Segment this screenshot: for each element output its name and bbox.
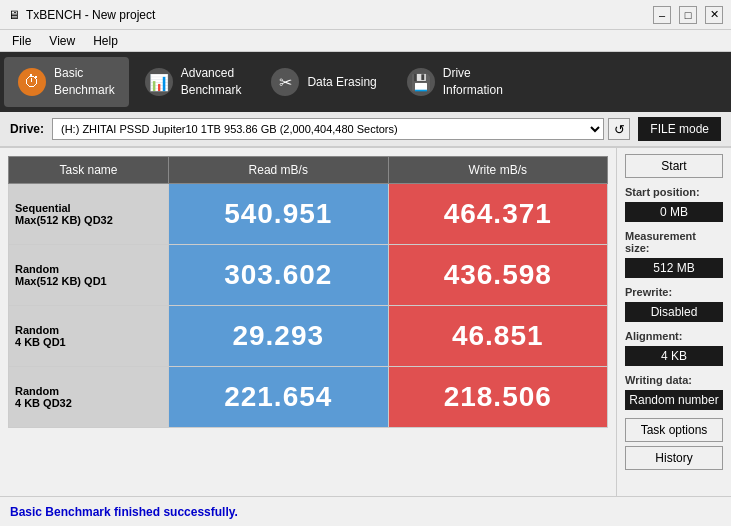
drive-select[interactable]: (H:) ZHITAI PSSD Jupiter10 1TB 953.86 GB… xyxy=(52,118,604,140)
benchmark-table: Task name Read mB/s Write mB/s Sequentia… xyxy=(8,156,608,428)
title-bar-left: 🖥 TxBENCH - New project xyxy=(8,8,155,22)
status-text: Basic Benchmark finished successfully. xyxy=(10,505,238,519)
window-title: TxBENCH - New project xyxy=(26,8,155,22)
read-value-2: 29.293 xyxy=(169,306,389,367)
data-erasing-label: Data Erasing xyxy=(307,74,376,91)
advanced-benchmark-icon: 📊 xyxy=(145,68,173,96)
file-mode-button[interactable]: FILE mode xyxy=(638,117,721,141)
write-value-1: 436.598 xyxy=(388,245,608,306)
col-write: Write mB/s xyxy=(388,157,608,184)
drive-information-icon: 💾 xyxy=(407,68,435,96)
basic-benchmark-icon: ⏱ xyxy=(18,68,46,96)
right-panel: Start Start position: 0 MB Measurement s… xyxy=(616,148,731,496)
toolbar-advanced-benchmark[interactable]: 📊 Advanced Benchmark xyxy=(131,57,256,107)
write-value-2: 46.851 xyxy=(388,306,608,367)
measurement-size-value: 512 MB xyxy=(625,258,723,278)
title-bar: 🖥 TxBENCH - New project – □ ✕ xyxy=(0,0,731,30)
drive-information-label-line1: Drive xyxy=(443,65,503,82)
drive-information-label-line2: Information xyxy=(443,82,503,99)
task-options-button[interactable]: Task options xyxy=(625,418,723,442)
alignment-label: Alignment: xyxy=(625,330,723,342)
status-bar: Basic Benchmark finished successfully. xyxy=(0,496,731,526)
start-button[interactable]: Start xyxy=(625,154,723,178)
toolbar-basic-benchmark[interactable]: ⏱ Basic Benchmark xyxy=(4,57,129,107)
drive-refresh-button[interactable]: ↺ xyxy=(608,118,630,140)
close-button[interactable]: ✕ xyxy=(705,6,723,24)
read-value-3: 221.654 xyxy=(169,367,389,428)
task-name-2: Random 4 KB QD1 xyxy=(9,306,169,367)
toolbar: ⏱ Basic Benchmark 📊 Advanced Benchmark ✂… xyxy=(0,52,731,112)
advanced-benchmark-label-line2: Benchmark xyxy=(181,82,242,99)
minimize-button[interactable]: – xyxy=(653,6,671,24)
drive-bar: Drive: (H:) ZHITAI PSSD Jupiter10 1TB 95… xyxy=(0,112,731,148)
read-value-0: 540.951 xyxy=(169,184,389,245)
writing-data-label: Writing data: xyxy=(625,374,723,386)
writing-data-value: Random number xyxy=(625,390,723,410)
col-read: Read mB/s xyxy=(169,157,389,184)
history-button[interactable]: History xyxy=(625,446,723,470)
col-task-name: Task name xyxy=(9,157,169,184)
menu-bar: File View Help xyxy=(0,30,731,52)
app-icon: 🖥 xyxy=(8,8,20,22)
measurement-size-label: Measurement size: xyxy=(625,230,723,254)
toolbar-data-erasing[interactable]: ✂ Data Erasing xyxy=(257,57,390,107)
table-row: Sequential Max(512 KB) QD32540.951464.37… xyxy=(9,184,608,245)
task-name-3: Random 4 KB QD32 xyxy=(9,367,169,428)
drive-select-wrapper: (H:) ZHITAI PSSD Jupiter10 1TB 953.86 GB… xyxy=(52,118,630,140)
data-erasing-icon: ✂ xyxy=(271,68,299,96)
table-row: Random 4 KB QD32221.654218.506 xyxy=(9,367,608,428)
write-value-0: 464.371 xyxy=(388,184,608,245)
toolbar-drive-information[interactable]: 💾 Drive Information xyxy=(393,57,517,107)
task-name-0: Sequential Max(512 KB) QD32 xyxy=(9,184,169,245)
prewrite-value: Disabled xyxy=(625,302,723,322)
advanced-benchmark-label-line1: Advanced xyxy=(181,65,242,82)
drive-label: Drive: xyxy=(10,122,44,136)
title-bar-controls: – □ ✕ xyxy=(653,6,723,24)
alignment-value: 4 KB xyxy=(625,346,723,366)
table-row: Random 4 KB QD129.29346.851 xyxy=(9,306,608,367)
table-row: Random Max(512 KB) QD1303.602436.598 xyxy=(9,245,608,306)
basic-benchmark-label-line2: Benchmark xyxy=(54,82,115,99)
basic-benchmark-label-line1: Basic xyxy=(54,65,115,82)
menu-view[interactable]: View xyxy=(41,32,83,50)
menu-help[interactable]: Help xyxy=(85,32,126,50)
read-value-1: 303.602 xyxy=(169,245,389,306)
menu-file[interactable]: File xyxy=(4,32,39,50)
write-value-3: 218.506 xyxy=(388,367,608,428)
maximize-button[interactable]: □ xyxy=(679,6,697,24)
prewrite-label: Prewrite: xyxy=(625,286,723,298)
task-name-1: Random Max(512 KB) QD1 xyxy=(9,245,169,306)
main-content: Task name Read mB/s Write mB/s Sequentia… xyxy=(0,148,731,496)
start-position-label: Start position: xyxy=(625,186,723,198)
start-position-value: 0 MB xyxy=(625,202,723,222)
table-area: Task name Read mB/s Write mB/s Sequentia… xyxy=(0,148,616,496)
